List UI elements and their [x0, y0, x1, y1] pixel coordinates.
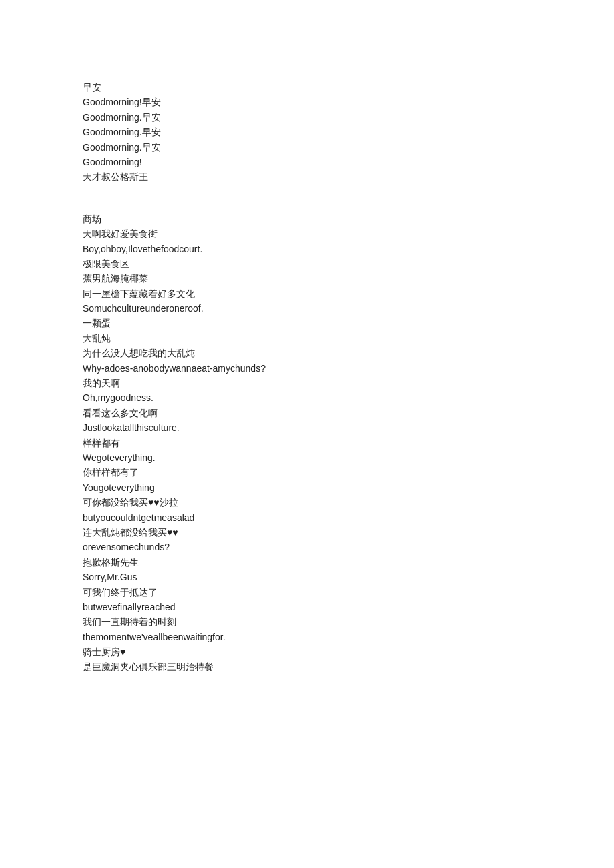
line-35: 我们一直期待着的时刻	[83, 614, 614, 629]
line-29: 连大乱炖都没给我买♥♥	[83, 525, 614, 540]
line-14: Somuchcultureunderoneroof.	[83, 301, 614, 316]
line-28: butyoucouldntgetmeasalad	[83, 510, 614, 525]
line-15: 一颗蛋	[83, 316, 614, 330]
line-24: Wegoteverything.	[83, 450, 614, 465]
main-content: 早安Goodmorning!早安Goodmorning.早安Goodmornin…	[83, 80, 614, 675]
spacer-2	[83, 198, 614, 211]
line-26: Yougoteverything	[83, 480, 614, 495]
line-16: 大乱炖	[83, 331, 614, 346]
line-05: Goodmorning.早安	[83, 140, 614, 155]
line-34: butwevefinallyreached	[83, 600, 614, 614]
line-03: Goodmorning.早安	[83, 110, 614, 125]
line-21: 看看这么多文化啊	[83, 406, 614, 420]
line-36: themomentwe'veallbeenwaitingfor.	[83, 630, 614, 644]
line-33: 可我们终于抵达了	[83, 585, 614, 600]
line-27: 可你都没给我买♥♥沙拉	[83, 495, 614, 510]
line-23: 样样都有	[83, 436, 614, 450]
line-10: Boy,ohboy,Ilovethefoodcourt.	[83, 242, 614, 256]
line-22: Justlookatallthisculture.	[83, 420, 614, 435]
line-38: 是巨魔洞夹心俱乐部三明治特餐	[83, 659, 614, 674]
line-20: Oh,mygoodness.	[83, 390, 614, 405]
line-25: 你样样都有了	[83, 465, 614, 480]
line-31: 抱歉格斯先生	[83, 555, 614, 570]
line-08: 商场	[83, 211, 614, 226]
spacer-1	[83, 185, 614, 198]
line-19: 我的天啊	[83, 376, 614, 390]
line-09: 天啊我好爱美食街	[83, 226, 614, 241]
line-11: 极限美食区	[83, 256, 614, 271]
line-07: 天才叔公格斯王	[83, 169, 614, 184]
line-06: Goodmorning!	[83, 155, 614, 169]
line-12: 蕉男航海腌椰菜	[83, 271, 614, 286]
line-30: orevensomechunds?	[83, 540, 614, 554]
line-37: 骑士厨房♥	[83, 644, 614, 659]
line-04: Goodmorning.早安	[83, 125, 614, 139]
line-02: Goodmorning!早安	[83, 95, 614, 109]
line-01: 早安	[83, 80, 614, 95]
line-17: 为什么没人想吃我的大乱炖	[83, 346, 614, 360]
line-13: 同一屋檐下蕴藏着好多文化	[83, 286, 614, 301]
line-18: Why-adoes-anobodywannaeat-amychunds?	[83, 361, 614, 376]
line-32: Sorry,Mr.Gus	[83, 570, 614, 584]
